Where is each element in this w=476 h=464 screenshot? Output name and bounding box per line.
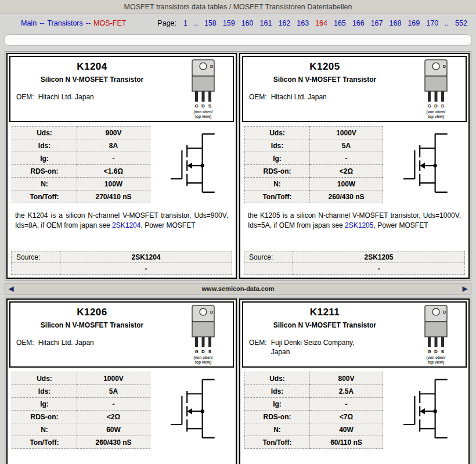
page-link[interactable]: 161 [260, 19, 272, 27]
oem-value: Hitachi Ltd. Japan [38, 339, 94, 348]
spec-label: Ids: [245, 139, 310, 152]
spec-label: N: [245, 178, 310, 190]
page-link[interactable]: 169 [408, 19, 420, 27]
page-link[interactable]: 166 [352, 19, 365, 27]
part-link[interactable]: 2SK1204 [112, 221, 140, 229]
part-type-subtitle: Silicon N V-MOSFET Transistor [10, 75, 174, 84]
prev-page-arrow-icon[interactable]: ◀ [5, 283, 17, 294]
spec-value: 1000V [77, 372, 150, 385]
spec-row: Ig:- [245, 398, 383, 411]
source-value: 2SK1204 [60, 251, 232, 263]
pagination-ellipsis: .. [194, 19, 198, 27]
spec-value: 800V [310, 372, 383, 385]
mosfet-symbol-icon [383, 372, 467, 449]
spec-value: <2Ω [310, 165, 383, 178]
oem-line: OEM: Hitachi Ltd. Japan [249, 93, 406, 102]
spec-label: Ids: [12, 385, 77, 398]
page-link[interactable]: 168 [390, 19, 402, 27]
to220-package-icon: D G D S (von oben/ top view) [185, 59, 221, 119]
source-table: Source:2SK1204 - [11, 251, 232, 275]
page-link[interactable]: 165 [334, 19, 346, 27]
source-row: Source:2SK1205 [244, 251, 465, 263]
page-link[interactable]: 170 [426, 19, 438, 27]
site-bar: ◀ www.semicon-data.com ▶ [5, 283, 471, 294]
spec-label: Ton/Toff: [245, 190, 310, 203]
card-header-text: K1205 Silicon N V-MOSFET Transistor OEM:… [243, 57, 406, 121]
spec-label: Ton/Toff: [245, 436, 310, 449]
spec-value: - [77, 152, 150, 165]
transistor-card: K1206 Silicon N V-MOSFET Transistor OEM:… [6, 298, 237, 464]
source-alt-value: - [293, 263, 465, 275]
spec-label: RDS-on: [12, 165, 77, 178]
page-link[interactable]: 158 [204, 19, 217, 27]
spec-label: Ig: [12, 152, 77, 165]
page-label: Page: [157, 19, 176, 27]
pin-label-d: D [434, 103, 438, 109]
page-link[interactable]: 1 [183, 19, 187, 27]
oem-label: OEM: [16, 339, 34, 348]
spec-label: Ton/Toff: [12, 436, 77, 449]
spec-table: Uds:1000V Ids:5A Ig:- RDS-on:<2Ω N:100W … [244, 126, 383, 203]
page-link[interactable]: 160 [241, 19, 254, 27]
spec-row: N:60W [12, 423, 150, 436]
spec-label: N: [245, 423, 310, 436]
spec-label: Uds: [245, 127, 310, 139]
page-link[interactable]: 552 [455, 19, 467, 27]
page-link-current: 164 [315, 19, 327, 27]
spec-value: 5A [77, 385, 150, 398]
spec-value: 2.5A [310, 385, 383, 398]
spec-label: N: [12, 178, 77, 190]
spec-row: N:100W [12, 178, 150, 190]
source-row: Source:2SK1204 [12, 251, 232, 263]
spec-value: 100W [77, 178, 150, 190]
view-caption-line1: (von oben/ [194, 110, 213, 114]
spec-row: N:40W [245, 423, 383, 436]
pin-label-g: G [194, 103, 198, 109]
spec-value: 900V [77, 127, 150, 139]
page-link[interactable]: 162 [278, 19, 290, 27]
spec-label: Ig: [12, 398, 77, 411]
spec-area: Uds:1000V Ids:5A Ig:- RDS-on:<2Ω N:60W T… [9, 372, 234, 449]
source-alt-value: - [60, 263, 232, 275]
spec-row: Uds:1000V [245, 127, 383, 139]
spec-value: <1.6Ω [77, 165, 150, 178]
spec-row: Ids:8A [12, 139, 150, 152]
spec-row: Ig:- [12, 152, 150, 165]
breadcrumb-nav: Main -- Transistors -- MOS-FET Page: 1 .… [0, 14, 476, 33]
spec-area: Uds:800V Ids:2.5A Ig:- RDS-on:<7Ω N:40W … [242, 372, 467, 449]
drain-label: D [443, 64, 446, 69]
spec-value: - [310, 398, 383, 411]
part-number-title: K1206 [10, 307, 174, 318]
spacer-box [4, 34, 472, 46]
spec-row: Ton/Toff:60/110 nS [245, 436, 383, 449]
drain-label: D [443, 310, 446, 314]
page-header: MOSFET transistors data tables / MOSFET … [0, 0, 476, 14]
page-link[interactable]: 163 [297, 19, 309, 27]
page-link[interactable]: 159 [223, 19, 235, 27]
breadcrumb-separator: -- [86, 19, 91, 27]
pagination-ellipsis: .. [445, 19, 449, 27]
spec-row: RDS-on:<7Ω [245, 411, 383, 423]
view-caption-line2: top view) [428, 114, 444, 119]
spec-value: 100W [310, 178, 383, 190]
spec-value: 60W [77, 423, 150, 436]
breadcrumb-transistors-link[interactable]: Transistors [47, 19, 82, 27]
spec-label: Ton/Toff: [12, 190, 77, 203]
view-caption-line2: top view) [195, 360, 211, 365]
description-text [9, 449, 234, 464]
spec-label: RDS-on: [12, 411, 77, 423]
page-link[interactable]: 167 [371, 19, 383, 27]
part-type-subtitle: Silicon N V-MOSFET Transistor [243, 75, 406, 84]
source-label-empty [244, 263, 293, 275]
breadcrumb-main-link[interactable]: Main [21, 19, 37, 27]
pin-label-s: S [208, 103, 212, 109]
drain-label: D [210, 310, 213, 314]
part-link[interactable]: 2SK1205 [345, 221, 373, 229]
to220-package-icon: D G D S (von oben/ top view) [418, 304, 454, 365]
page: MOSFET transistors data tables / MOSFET … [0, 0, 476, 464]
spec-value: 260/430 nS [310, 190, 383, 203]
mosfet-symbol-icon [383, 126, 467, 203]
next-page-arrow-icon[interactable]: ▶ [459, 283, 471, 294]
spec-label: N: [12, 423, 77, 436]
mosfet-symbol-icon [150, 126, 234, 203]
